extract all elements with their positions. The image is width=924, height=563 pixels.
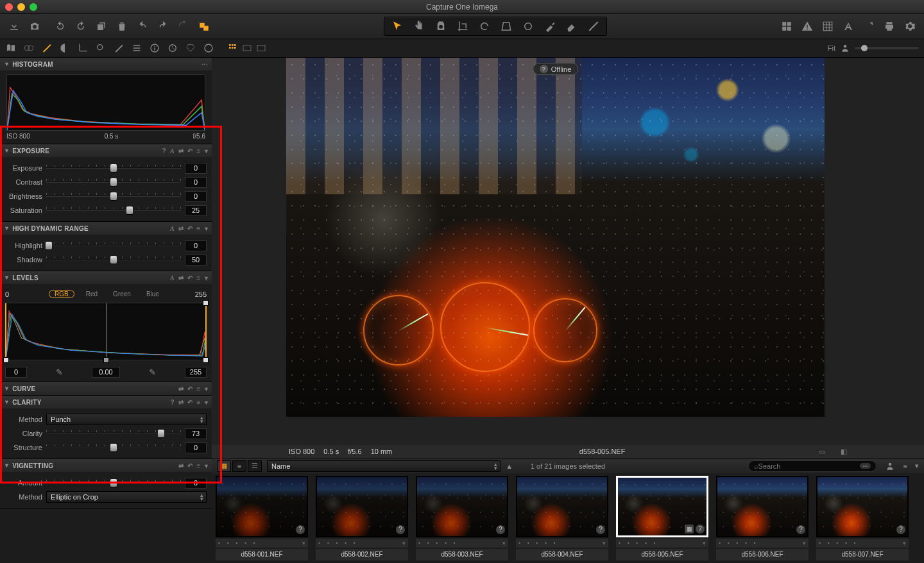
thumbnail[interactable]: ? • • • • •▾ d558-004.NEF (516, 476, 608, 560)
close-window[interactable] (5, 3, 13, 11)
thumbnail[interactable]: ? • • • • •▾ d558-001.NEF (216, 476, 308, 560)
clarity-method-dropdown[interactable]: Punch▴▾ (46, 414, 207, 425)
filter-menu-icon[interactable]: ≡ (903, 462, 907, 470)
exposure-slider[interactable] (46, 164, 181, 172)
local-tab-icon[interactable] (113, 42, 124, 54)
thumbnail[interactable]: ? • • • • •▾ d558-002.NEF (316, 476, 408, 560)
levels-tab-red[interactable]: Red (82, 290, 101, 298)
shadow-value[interactable]: 50 (185, 255, 207, 265)
annotation-icon[interactable] (842, 20, 855, 33)
grid-overlay-icon[interactable] (821, 20, 834, 33)
trash-icon[interactable] (116, 20, 128, 33)
filter-dropdown-icon[interactable]: ▾ (915, 462, 919, 470)
thumb-grid-btn[interactable]: ▦ (217, 460, 231, 472)
crop-tool-icon[interactable] (456, 20, 469, 33)
minimize-window[interactable] (17, 3, 25, 11)
thumbnail[interactable]: ? ▦ • • • • •▾ d558-005.NEF (616, 476, 708, 560)
crop-tab-icon[interactable] (77, 42, 89, 54)
settings-icon[interactable] (903, 20, 916, 33)
thumbnail[interactable]: ? • • • • •▾ d558-007.NEF (816, 476, 909, 560)
levels-tab-blue[interactable]: Blue (142, 290, 163, 298)
filmstrip-view-btn[interactable] (241, 42, 253, 54)
adjust-tab-icon[interactable] (131, 42, 142, 54)
rating-filter-icon[interactable] (886, 462, 894, 471)
spot-tool-icon[interactable] (522, 20, 535, 33)
undo-icon[interactable] (136, 20, 149, 33)
camera-icon[interactable] (28, 20, 41, 33)
exposure-value[interactable]: 0 (185, 163, 207, 174)
color-tab-icon[interactable] (59, 42, 71, 54)
contrast-value[interactable]: 0 (185, 177, 207, 188)
list-view-btn[interactable] (255, 42, 267, 54)
redo2-icon[interactable] (177, 20, 190, 33)
gradient-tool-icon[interactable] (587, 20, 600, 33)
amount-slider[interactable] (46, 478, 181, 487)
thumbnail[interactable]: ? • • • • •▾ d558-006.NEF (716, 476, 809, 560)
amount-row: Amount 0 (5, 476, 207, 490)
sort-dropdown[interactable]: Name▴▾ (267, 460, 501, 472)
clarity-slider[interactable] (46, 429, 181, 438)
print-icon[interactable] (883, 20, 896, 33)
rotate-left-icon[interactable] (54, 20, 67, 33)
levels-out-high[interactable]: 255 (185, 367, 207, 378)
thumb-detail-btn[interactable]: ☰ (248, 460, 262, 472)
clarity-value[interactable]: 73 (185, 428, 207, 439)
vignetting-method-dropdown[interactable]: Elliptic on Crop▴▾ (46, 491, 207, 503)
redo-icon[interactable] (157, 20, 169, 33)
keystone-tool-icon[interactable] (500, 20, 513, 33)
rotate-right-icon[interactable] (74, 20, 87, 33)
thumb-list-btn[interactable]: ≡ (232, 460, 246, 472)
levels-out-mid[interactable]: 0.00 (92, 367, 120, 378)
shadow-slider[interactable] (46, 255, 181, 264)
contrast-slider[interactable] (46, 178, 181, 187)
hand-tool-icon[interactable] (413, 20, 425, 33)
white-eyedropper-icon[interactable]: ✎ (149, 367, 156, 377)
exposure-tab-icon[interactable] (41, 42, 53, 54)
zoom-slider[interactable] (855, 47, 919, 49)
fit-person-icon[interactable] (841, 44, 850, 53)
warning-icon[interactable] (801, 20, 814, 33)
expand-icon[interactable] (862, 20, 875, 33)
sort-asc-icon[interactable]: ▲ (506, 462, 513, 470)
loupe-tool-icon[interactable] (434, 20, 447, 33)
import-icon[interactable] (8, 20, 21, 33)
thumbnail[interactable]: ? • • • • •▾ d558-003.NEF (416, 476, 508, 560)
lens-tab-icon[interactable] (23, 42, 35, 54)
focus-tab-icon[interactable] (95, 42, 107, 54)
meta-square-icon[interactable]: ◧ (841, 448, 847, 456)
duplicate-icon[interactable] (95, 20, 108, 33)
output-tab-icon[interactable] (167, 42, 178, 54)
quick-tab-icon[interactable] (203, 42, 214, 54)
levels-out-low[interactable]: 0 (5, 367, 27, 378)
highlight-slider[interactable] (46, 241, 181, 250)
levels-graph[interactable] (5, 303, 207, 360)
black-eyedropper-icon[interactable]: ✎ (56, 367, 63, 377)
structure-value[interactable]: 0 (185, 442, 207, 453)
grid-view-btn[interactable] (227, 42, 239, 54)
search-options-icon[interactable]: ••• (860, 463, 870, 469)
eraser-tool-icon[interactable] (565, 20, 578, 33)
structure-slider[interactable] (46, 443, 181, 452)
zoom-window[interactable] (30, 3, 37, 11)
grid-view-icon[interactable] (780, 20, 793, 33)
brightness-value[interactable]: 0 (185, 191, 207, 202)
brightness-slider[interactable] (46, 192, 181, 201)
windows-icon[interactable] (198, 20, 210, 33)
rotate-tool-icon[interactable] (478, 20, 491, 33)
search-input[interactable] (758, 462, 860, 470)
metadata-tab-icon[interactable] (149, 42, 160, 54)
levels-tab-rgb[interactable]: RGB (49, 290, 74, 298)
amount-value[interactable]: 0 (185, 478, 207, 489)
main-image[interactable]: ? Offline (286, 58, 825, 417)
batch-tab-icon[interactable] (185, 42, 196, 54)
pointer-tool-icon[interactable] (391, 20, 404, 33)
brush-tool-icon[interactable] (543, 20, 556, 33)
meta-rect-icon[interactable]: ▭ (819, 448, 825, 456)
levels-tab-green[interactable]: Green (109, 290, 135, 298)
library-tab-icon[interactable] (5, 42, 17, 54)
tools-sidebar: ▼HISTOGRAM⋯ ISO 800 0.5 s f/5.6 ▼EXPO (0, 58, 212, 563)
panel-menu-icon[interactable]: ⋯ (201, 61, 208, 68)
saturation-value[interactable]: 25 (185, 205, 207, 216)
saturation-slider[interactable] (46, 206, 181, 215)
highlight-value[interactable]: 0 (185, 240, 207, 251)
